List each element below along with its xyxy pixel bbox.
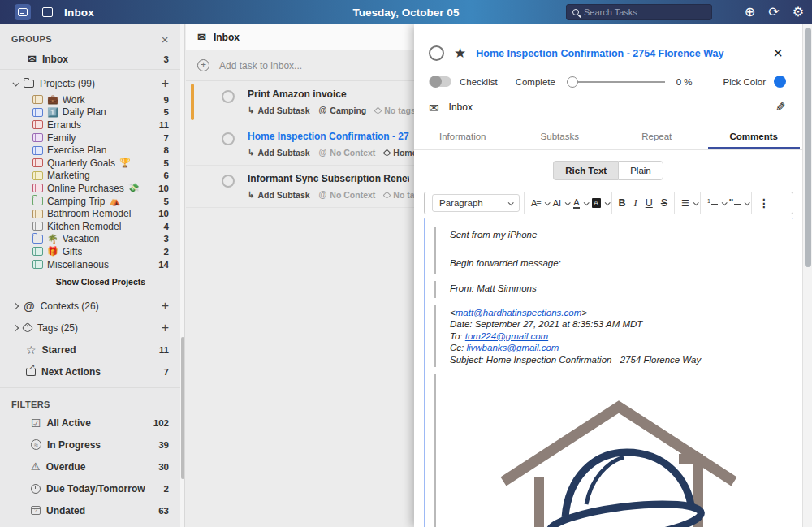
sidebar-item-label: Work — [63, 94, 85, 106]
scrollbar-thumb[interactable] — [181, 337, 184, 479]
settings-gear-icon[interactable]: ⚙ — [793, 6, 804, 19]
font-family-button[interactable] — [527, 194, 545, 212]
highlight-color-button[interactable] — [588, 194, 605, 212]
add-icon[interactable]: ⊕ — [745, 6, 755, 19]
tasks-view-icon[interactable] — [15, 4, 31, 20]
more-options-icon[interactable] — [754, 194, 774, 212]
filter-due-today-tomorrow[interactable]: Due Today/Tomorrow 2 — [0, 477, 180, 499]
font-color-button[interactable] — [569, 194, 583, 212]
chevron-down-icon[interactable] — [12, 80, 19, 86]
complete-slider[interactable] — [567, 81, 665, 83]
sidebar-scrollbar[interactable] — [180, 24, 185, 527]
checklist-toggle[interactable] — [429, 76, 451, 87]
sidebar-project-marketing[interactable]: Marketing 6 — [0, 170, 180, 183]
sidebar-project-kitchen-remodel[interactable]: Kitchen Remodel 4 — [0, 220, 180, 233]
sidebar-project-errands[interactable]: Errands 11 — [0, 119, 180, 132]
star-icon[interactable]: ★ — [454, 46, 466, 60]
tab-information[interactable]: Information — [414, 124, 512, 149]
edit-pencil-icon[interactable]: ✎ — [775, 100, 786, 114]
sidebar-project-daily-plan[interactable]: 1️⃣ Daily Plan 5 — [0, 106, 180, 119]
sidebar-project-work[interactable]: 💼 Work 9 — [0, 93, 180, 106]
add-task-input[interactable]: + Add task to inbox... — [186, 50, 414, 81]
tab-subtasks[interactable]: Subtasks — [512, 124, 609, 149]
hard-hat-logo-image — [489, 386, 749, 527]
filter-undated[interactable]: ? Undated 63 — [0, 499, 180, 521]
color-swatch[interactable] — [774, 76, 786, 88]
sidebar-project-miscellaneous[interactable]: Miscellaneous 14 — [0, 258, 180, 271]
sidebar-item-inbox[interactable]: ✉ Inbox 3 — [0, 49, 180, 70]
close-sidebar-icon[interactable]: × — [162, 32, 169, 46]
task-complete-circle[interactable] — [222, 132, 235, 145]
underline-button[interactable] — [641, 194, 657, 212]
add-subtask-button[interactable]: ↳Add Subtask — [248, 148, 310, 158]
sidebar-project-bathroom-remodel[interactable]: Bathroom Remodel 10 — [0, 207, 180, 220]
bullet-list-button[interactable] — [726, 194, 745, 212]
tags-chip[interactable]: Home — [384, 148, 417, 158]
task-row[interactable]: Print Amazon invoice ↳Add Subtask @Campi… — [186, 81, 414, 123]
show-closed-projects-button[interactable]: Show Closed Projects — [0, 270, 180, 295]
sidebar-project-vacation[interactable]: 🌴 Vacation 3 — [0, 233, 180, 246]
sync-icon[interactable]: ⟳ — [768, 6, 779, 19]
chevron-down-icon[interactable] — [693, 200, 699, 205]
chevron-right-icon[interactable] — [12, 325, 19, 331]
strikethrough-button[interactable] — [657, 194, 672, 212]
add-subtask-button[interactable]: ↳Add Subtask — [248, 106, 310, 115]
task-complete-circle[interactable] — [222, 90, 235, 103]
chevron-down-icon[interactable] — [745, 200, 750, 205]
context-chip[interactable]: @Camping — [319, 106, 367, 115]
task-row-selected[interactable]: Home Inspection Confirmation - 2754 Flor… — [186, 123, 414, 166]
rich-text-mode-button[interactable]: Rich Text — [553, 161, 618, 180]
add-project-icon[interactable]: + — [162, 76, 169, 91]
scrollbar-thumb[interactable] — [805, 28, 811, 267]
task-title[interactable]: Print Amazon invoice — [248, 89, 409, 100]
sidebar-item-label: Projects (99) — [40, 78, 95, 89]
filter-in-progress[interactable]: ≈ In Progress 39 — [0, 434, 180, 456]
add-tag-icon[interactable]: + — [162, 321, 169, 335]
paragraph-style-dropdown[interactable]: Paragraph — [432, 194, 520, 212]
sidebar-item-tags[interactable]: Tags (25) + — [0, 317, 180, 339]
sidebar-project-quarterly-goals[interactable]: Quarterly Goals 🏆 5 — [0, 157, 180, 170]
add-context-icon[interactable]: + — [162, 299, 169, 313]
sidebar-item-contexts[interactable]: @ Contexts (26) + — [0, 295, 180, 317]
align-button[interactable] — [677, 194, 693, 212]
sidebar-item-projects[interactable]: Projects (99) + — [0, 73, 180, 93]
chevron-down-icon[interactable] — [604, 200, 610, 205]
sidebar-project-gifts[interactable]: 🎁 Gifts 2 — [0, 245, 180, 258]
bold-button[interactable] — [615, 194, 630, 212]
context-chip[interactable]: @No Context — [319, 148, 376, 158]
filter-overdue[interactable]: ⚠ Overdue 30 — [0, 456, 180, 477]
task-row[interactable]: Informant Sync Subscription Renewal ↳Add… — [186, 166, 414, 208]
richtext-editor[interactable]: Sent from my iPhone Begin forwarded mess… — [424, 218, 793, 527]
task-complete-circle[interactable] — [222, 175, 235, 188]
filter-all-active[interactable]: ☑ All Active 102 — [0, 412, 180, 434]
detail-task-title[interactable]: Home Inspection Confirmation - 2754 Flor… — [476, 48, 760, 59]
sidebar-project-exercise-plan[interactable]: Exercise Plan 8 — [0, 144, 180, 157]
sidebar-project-family[interactable]: Family 7 — [0, 132, 180, 145]
to-address-link[interactable]: tom224@gmail.com — [465, 331, 548, 341]
window-scrollbar[interactable] — [802, 24, 812, 527]
email-address-link[interactable]: matt@hardhatinspections.com — [456, 308, 582, 317]
chevron-right-icon[interactable] — [12, 303, 19, 309]
cc-address-link[interactable]: livwbanks@gmail.com — [466, 343, 559, 352]
task-title[interactable]: Informant Sync Subscription Renewal — [248, 173, 409, 184]
italic-button[interactable] — [630, 194, 641, 212]
plain-mode-button[interactable]: Plain — [618, 161, 663, 180]
filter-completed-today[interactable]: ✓ Completed Today 4 — [0, 521, 180, 527]
add-subtask-button[interactable]: ↳Add Subtask — [248, 190, 310, 200]
sidebar-project-online-purchases[interactable]: Online Purchases 💸 10 — [0, 182, 180, 195]
tab-repeat[interactable]: Repeat — [608, 124, 706, 149]
sidebar-item-next-actions[interactable]: Next Actions 7 — [0, 361, 180, 382]
close-icon[interactable]: × — [770, 44, 786, 63]
font-size-button[interactable] — [549, 194, 565, 212]
calendar-view-icon[interactable] — [42, 7, 53, 17]
tags-chip[interactable]: No tags — [375, 106, 416, 115]
task-title[interactable]: Home Inspection Confirmation - 2754 Flor… — [248, 131, 409, 142]
sidebar-project-camping-trip[interactable]: Camping Trip ⛺ 5 — [0, 195, 180, 208]
detail-complete-circle[interactable] — [429, 45, 444, 61]
search-input[interactable]: Search Tasks — [566, 4, 712, 20]
sidebar-item-starred[interactable]: ☆ Starred 11 — [0, 339, 180, 361]
context-chip[interactable]: @No Context — [319, 190, 376, 200]
tag-icon — [22, 322, 33, 334]
tab-comments[interactable]: Comments — [706, 124, 803, 149]
numbered-list-button[interactable] — [703, 194, 722, 212]
